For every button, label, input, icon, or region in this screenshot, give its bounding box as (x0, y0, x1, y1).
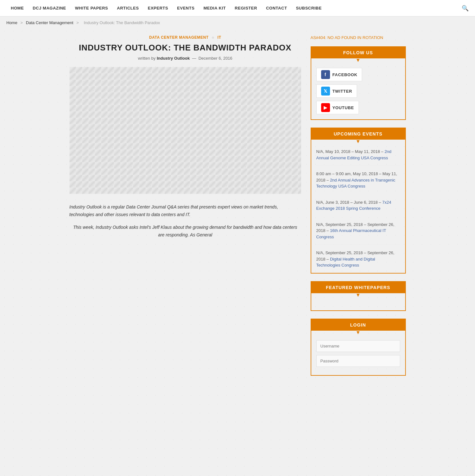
event-item-2: 8:00 am – 9:00 am, May 10, 2018 – May 11… (316, 171, 400, 194)
nav-experts[interactable]: EXPERTS (143, 0, 173, 16)
nav-media-kit[interactable]: MEDIA KIT (199, 0, 230, 16)
upcoming-events-header: UPCOMING EVENTS (311, 128, 405, 140)
nav-dcj-magazine[interactable]: DCJ MAGAZINE (28, 0, 70, 16)
event-1-date: N/A, May 10, 2018 – May 11, 2018 – (316, 149, 384, 154)
category-link-1[interactable]: DATA CENTER MANAGEMENT (149, 35, 209, 40)
nav-home[interactable]: HOME (6, 0, 28, 16)
article-intro: Industry Outlook is a regular Data Cente… (69, 203, 301, 219)
twitter-icon: 𝕏 (321, 87, 330, 96)
category-link-2[interactable]: IT (217, 35, 221, 40)
article-title: INDUSTRY OUTLOOK: THE BANDWIDTH PARADOX (69, 43, 301, 53)
event-item-4: N/A, September 25, 2018 – September 26, … (316, 221, 400, 245)
event-item-5: N/A, September 25, 2018 – September 26, … (316, 250, 400, 268)
breadcrumb-home[interactable]: Home (6, 20, 17, 25)
category-separator: ○ (212, 35, 214, 40)
page-wrapper: DATA CENTER MANAGEMENT ○ IT INDUSTRY OUT… (63, 29, 412, 390)
article-this-week: This week, Industry Outlook asks Intel's… (69, 224, 301, 239)
ad-notice: AS#404: NO AD FOUND IN ROTATION (311, 35, 406, 40)
event-item-3: N/A, June 3, 2018 – June 6, 2018 – 7x24 … (316, 199, 400, 216)
facebook-icon: f (321, 70, 330, 79)
facebook-label: FACEBOOK (333, 72, 358, 77)
featured-whitepapers-header: FEATURED WHITEPAPERS (311, 282, 405, 293)
nav-articles[interactable]: ARTICLES (113, 0, 143, 16)
event-item-1: N/A, May 10, 2018 – May 11, 2018 – 2nd A… (316, 149, 400, 166)
username-input[interactable] (316, 340, 400, 352)
nav-items: HOME DCJ MAGAZINE WHITE PAPERS ARTICLES … (6, 0, 326, 16)
article-categories: DATA CENTER MANAGEMENT ○ IT (69, 35, 301, 40)
featured-whitepapers-arrow: ▼ (311, 293, 405, 298)
written-by-label: written by (138, 56, 156, 61)
article-meta: written by Industry Outlook — December 6… (69, 56, 301, 61)
featured-whitepapers-content (311, 298, 405, 310)
youtube-label: YOUTUBE (333, 105, 354, 110)
article-author[interactable]: Industry Outlook (157, 56, 190, 61)
event-3-date: N/A, June 3, 2018 – June 6, 2018 – (316, 200, 381, 205)
article-body: Industry Outlook is a regular Data Cente… (69, 203, 301, 239)
nav-register[interactable]: REGISTER (230, 0, 262, 16)
upcoming-events-arrow: ▼ (311, 139, 405, 144)
twitter-label: TWITTER (333, 89, 352, 94)
twitter-button[interactable]: 𝕏 TWITTER (316, 84, 357, 98)
events-list: N/A, May 10, 2018 – May 11, 2018 – 2nd A… (311, 144, 405, 273)
featured-whitepapers-box: FEATURED WHITEPAPERS ▼ (311, 281, 406, 311)
login-box: LOGIN ▼ (311, 319, 406, 376)
main-content: DATA CENTER MANAGEMENT ○ IT INDUSTRY OUT… (69, 35, 301, 383)
nav-subscribe[interactable]: SUBSCRIBE (292, 0, 326, 16)
nav-white-papers[interactable]: WHITE PAPERS (70, 0, 112, 16)
breadcrumb-sep-1: > (20, 20, 24, 25)
follow-us-header: FOLLOW US (311, 47, 405, 58)
breadcrumb: Home > Data Center Management > Industry… (0, 17, 475, 29)
nav-contact[interactable]: CONTACT (261, 0, 291, 16)
breadcrumb-category[interactable]: Data Center Management (26, 20, 74, 25)
login-arrow: ▼ (311, 330, 405, 335)
login-form (311, 335, 405, 375)
social-buttons: f FACEBOOK 𝕏 TWITTER ▶ YOUTUBE (311, 63, 405, 119)
login-header: LOGIN (311, 319, 405, 331)
breadcrumb-current: Industry Outlook: The Bandwidth Paradox (84, 20, 160, 25)
breadcrumb-sep-2: > (76, 20, 80, 25)
youtube-icon: ▶ (321, 103, 330, 112)
main-nav: HOME DCJ MAGAZINE WHITE PAPERS ARTICLES … (0, 0, 475, 17)
follow-us-arrow: ▼ (311, 58, 405, 63)
article-image (69, 67, 301, 194)
password-input[interactable] (316, 355, 400, 367)
search-icon[interactable]: 🔍 (462, 5, 469, 12)
follow-us-box: FOLLOW US ▼ f FACEBOOK 𝕏 TWITTER ▶ YOUTU… (311, 46, 406, 120)
sidebar: AS#404: NO AD FOUND IN ROTATION FOLLOW U… (311, 35, 406, 383)
facebook-button[interactable]: f FACEBOOK (316, 68, 362, 81)
upcoming-events-box: UPCOMING EVENTS ▼ N/A, May 10, 2018 – Ma… (311, 128, 406, 274)
nav-events[interactable]: EVENTS (173, 0, 199, 16)
article-date: December 6, 2016 (198, 56, 232, 61)
youtube-button[interactable]: ▶ YOUTUBE (316, 101, 359, 114)
